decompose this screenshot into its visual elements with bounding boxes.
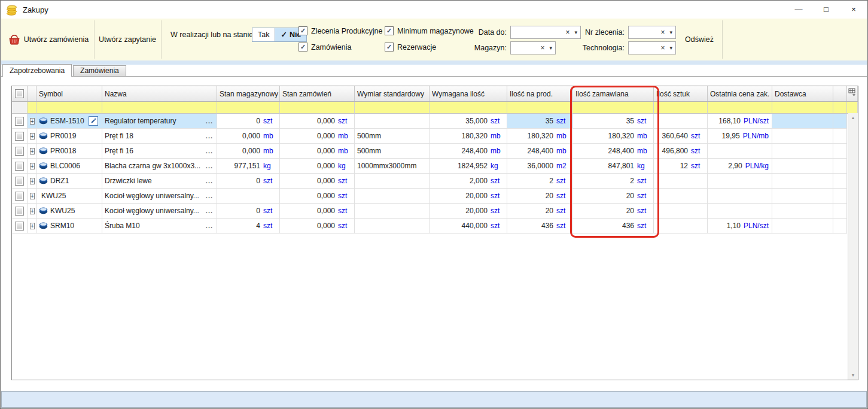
close-button[interactable]: × [840, 1, 867, 19]
column-header-symbol[interactable]: Symbol [36, 86, 102, 101]
vertical-scrollbar[interactable]: ▲▼ [848, 113, 858, 380]
checkbox-rezerwacje[interactable]: ✓ Rezerwacje [385, 43, 436, 51]
row-checkbox[interactable] [15, 207, 24, 216]
row-checkbox[interactable] [15, 162, 24, 171]
row-checkbox[interactable] [15, 117, 24, 126]
filter-cell-scroll[interactable] [847, 102, 858, 114]
select-all-checkbox[interactable] [12, 86, 28, 101]
checkbox-zlecenia-produkcyjne[interactable]: ✓ Zlecenia Produkcyjne [299, 26, 383, 35]
cell-zamawiana: 35szt [573, 114, 654, 129]
column-header-label: Wymiar standardowy [357, 87, 424, 101]
cell-value: 0,000 [317, 177, 335, 185]
plus-icon: + [31, 223, 34, 229]
filter-cell-zamawiana[interactable] [573, 102, 654, 114]
cell-cena [708, 189, 772, 204]
filter-cell-dostawca[interactable] [772, 102, 833, 114]
cell-dostawca [772, 159, 833, 174]
cell-value: 20 [546, 192, 553, 200]
ellipsis-button[interactable]: ... [206, 162, 213, 169]
cell-value: 35 [546, 117, 553, 125]
scroll-down-button[interactable]: ▼ [851, 373, 855, 377]
clear-icon[interactable]: × [660, 29, 665, 36]
ellipsis-button[interactable]: ... [206, 177, 213, 184]
filter-cell-na_prod[interactable] [507, 102, 573, 114]
filter-cell-filler[interactable] [833, 102, 847, 114]
column-header-label: Symbol [39, 87, 63, 101]
column-header-stan_mag[interactable]: Stan magazynowy [217, 86, 280, 101]
filter-cell-cena[interactable] [708, 102, 772, 114]
row-checkbox[interactable] [15, 222, 24, 231]
technologia-combobox[interactable]: × ▾ [628, 41, 676, 54]
plus-icon: + [31, 133, 34, 140]
column-header-zamawiana[interactable]: Ilość zamawiana [573, 86, 654, 101]
column-header-cena[interactable]: Ostatnia cena zak. [708, 86, 772, 101]
filter-cell-expand[interactable] [28, 102, 36, 114]
cell-unit: kg [263, 162, 276, 170]
ellipsis-button[interactable]: ... [206, 207, 213, 214]
refresh-button[interactable]: Odśwież [680, 33, 719, 46]
cell-wymagana: 20,000szt [430, 204, 507, 219]
minimize-button[interactable]: — [785, 1, 812, 19]
dropdown-icon[interactable]: ▾ [669, 30, 672, 35]
expand-button[interactable]: + [30, 223, 35, 229]
expand-button[interactable]: + [30, 208, 35, 214]
toggle-option-tak[interactable]: Tak [252, 28, 275, 41]
scroll-up-button[interactable]: ▲ [851, 116, 855, 120]
maximize-button[interactable]: □ [812, 1, 840, 19]
magazyn-combobox[interactable]: × ▾ [510, 41, 556, 54]
column-header-na_prod[interactable]: Ilość na prod. [507, 86, 573, 101]
cell-sztuk [654, 174, 708, 189]
expand-button[interactable]: + [30, 148, 35, 154]
expand-button[interactable]: + [30, 133, 35, 140]
tab-zapotrzebowania[interactable]: Zapotrzebowania [2, 64, 72, 77]
data-do-combobox[interactable]: × ▾ [510, 26, 581, 39]
tab-zamowienia[interactable]: Zamówienia [73, 65, 126, 76]
checkbox-checked-icon: ✓ [299, 26, 307, 35]
column-chooser-button[interactable] [847, 86, 858, 101]
expand-button[interactable]: + [30, 178, 35, 184]
column-header-wymiar[interactable]: Wymiar standardowy [355, 86, 430, 101]
filter-cell-sztuk[interactable] [654, 102, 708, 114]
row-checkbox[interactable] [15, 177, 24, 186]
plus-icon: + [31, 118, 34, 125]
cell-symbol: DRZ1 [36, 174, 102, 189]
filter-cell-symbol[interactable] [36, 102, 102, 114]
column-header-nazwa[interactable]: Nazwa [102, 86, 217, 101]
cell-value: 847,801 [608, 162, 634, 170]
row-checkbox[interactable] [15, 192, 24, 201]
column-header-expand[interactable] [28, 86, 36, 101]
ellipsis-button[interactable]: ... [206, 117, 213, 125]
filter-cell-stan_zam[interactable] [280, 102, 355, 114]
filter-cell-wymagana[interactable] [430, 102, 507, 114]
edit-button[interactable] [89, 116, 98, 126]
toolbar: Utwórz zamówienia Utwórz zapytanie W rea… [1, 19, 867, 60]
expand-button[interactable]: + [30, 163, 35, 169]
expand-button[interactable]: + [30, 193, 35, 199]
column-header-dostawca[interactable]: Dostawca [772, 86, 833, 101]
filter-cell-nazwa[interactable] [102, 102, 217, 114]
expand-button[interactable]: + [30, 118, 35, 125]
ellipsis-button[interactable]: ... [206, 222, 213, 229]
checkbox-minimum-magazynowe[interactable]: ✓ Minimum magazynowe [385, 26, 474, 35]
clear-icon[interactable]: × [540, 44, 544, 51]
column-header-sztuk[interactable]: Ilość sztuk [654, 86, 708, 101]
filter-cell-wymiar[interactable] [355, 102, 430, 114]
column-header-stan_zam[interactable]: Stan zamówień [280, 86, 355, 101]
ellipsis-button[interactable]: ... [206, 147, 213, 154]
nr-zlecenia-combobox[interactable]: × ▾ [628, 26, 676, 39]
ellipsis-button[interactable]: ... [206, 132, 213, 140]
ellipsis-button[interactable]: ... [206, 192, 213, 199]
row-checkbox[interactable] [15, 132, 24, 141]
data-do-label: Data do: [462, 26, 507, 39]
column-header-wymagana[interactable]: Wymagana ilość [430, 86, 507, 101]
clear-icon[interactable]: × [660, 44, 665, 51]
dropdown-icon[interactable]: ▾ [669, 46, 672, 51]
create-orders-button[interactable]: Utwórz zamówienia [5, 22, 92, 57]
dropdown-icon[interactable]: ▾ [549, 46, 552, 51]
row-checkbox[interactable] [15, 147, 24, 156]
create-inquiry-button[interactable]: Utwórz zapytanie [96, 22, 159, 57]
cell-value: 0,000 [317, 207, 335, 215]
checkbox-zamowienia[interactable]: ✓ Zamówienia [299, 43, 351, 51]
clear-icon[interactable]: × [565, 29, 569, 36]
filter-cell-stan_mag[interactable] [217, 102, 280, 114]
